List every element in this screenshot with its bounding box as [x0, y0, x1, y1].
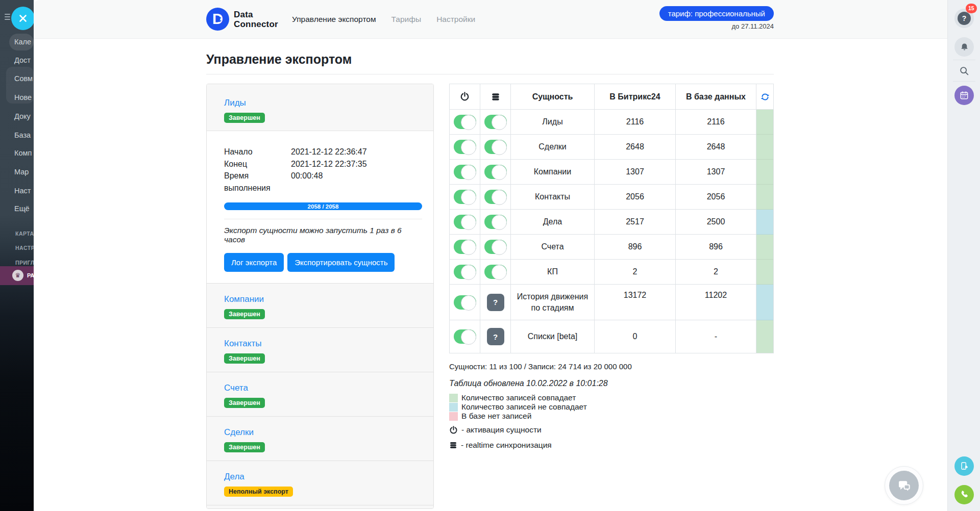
export-limit-note: Экспорт сущности можно запустить 1 раз в…: [224, 226, 422, 244]
calendar-button[interactable]: [954, 86, 974, 105]
nav-settings[interactable]: Настройки: [436, 15, 475, 24]
sidebar-item-6[interactable]: Комп: [14, 149, 34, 157]
field-end-label: Конец: [224, 158, 291, 170]
notifications-button[interactable]: [954, 37, 974, 57]
sidebar-section-map[interactable]: КАРТА: [15, 231, 34, 237]
header-entity: Сущность: [511, 84, 595, 110]
card-activities-header[interactable]: Дела Неполный экспорт: [207, 461, 433, 505]
telephony-button[interactable]: [954, 485, 974, 504]
table-row-activities: Дела 2517 2500: [450, 210, 773, 235]
legend-power-label: - активация сущности: [461, 425, 542, 435]
card-deals-title[interactable]: Сделки: [224, 427, 423, 438]
nav-export-management[interactable]: Управление экспортом: [292, 15, 376, 24]
entity-cell: Дела: [511, 210, 595, 235]
db-count-cell: 2056: [676, 185, 756, 210]
activate-toggle[interactable]: [454, 295, 476, 310]
table-header-row: Сущность В Битрикс24 В базе данных: [450, 84, 773, 110]
export-entity-button[interactable]: Экспортировать сущность: [287, 253, 395, 272]
table-row-invoices: Счета 896 896: [450, 235, 773, 260]
card-contacts-title[interactable]: Контакты: [224, 339, 423, 349]
db-count-cell: 11202: [676, 285, 756, 320]
activate-toggle[interactable]: [454, 190, 476, 204]
slider-close-button[interactable]: [11, 7, 35, 30]
plan-badge[interactable]: тариф: профессиональный: [659, 6, 774, 21]
nav-tariffs[interactable]: Тарифы: [391, 15, 422, 24]
legend-sync-label: - realtime синхронизация: [461, 441, 552, 450]
close-icon: [19, 14, 27, 22]
activate-toggle[interactable]: [454, 240, 476, 254]
status-badge: Завершен: [224, 353, 265, 364]
upgrade-plan-banner[interactable]: ♛ РА: [0, 266, 34, 285]
activate-toggle[interactable]: [454, 329, 476, 344]
status-badge: Завершен: [224, 442, 265, 452]
card-companies-title[interactable]: Компании: [224, 294, 423, 304]
sidebar-item-calendar[interactable]: Кале: [14, 38, 34, 46]
crown-icon: ♛: [12, 270, 23, 281]
bitrix-count-cell: 896: [595, 235, 676, 260]
card-leads-header[interactable]: Лиды Завершен: [207, 84, 433, 131]
table-row-quotes: КП 2 2: [450, 260, 773, 285]
support-chat-button[interactable]: [885, 466, 923, 505]
sidebar-item-2[interactable]: Совм: [14, 74, 34, 83]
status-cell-match: [756, 320, 773, 353]
refresh-table-button[interactable]: [756, 84, 773, 110]
data-connector-logo-icon: DC: [206, 8, 229, 31]
database-icon: [449, 441, 457, 449]
sidebar-item-4[interactable]: Доку: [14, 112, 34, 120]
table-row-companies: Компании 1307 1307: [450, 160, 773, 185]
sync-help-button[interactable]: ?: [487, 328, 504, 345]
toolbar-divider: [953, 81, 975, 82]
realtime-sync-toggle[interactable]: [484, 265, 507, 279]
sidebar-item-3[interactable]: Нове: [14, 93, 34, 101]
sidebar-section-invite[interactable]: ПРИГЛ: [15, 260, 34, 266]
sidebar-item-8[interactable]: Наст: [14, 187, 34, 195]
activate-toggle[interactable]: [454, 265, 476, 279]
title-divider: [206, 74, 774, 74]
sidebar-item-more[interactable]: Ещё: [14, 205, 34, 213]
mobile-app-button[interactable]: [954, 456, 974, 476]
sidebar-item-1[interactable]: Дост: [14, 56, 34, 64]
activate-toggle[interactable]: [454, 115, 476, 129]
card-invoices-title[interactable]: Счета: [224, 383, 423, 393]
status-cell-mismatch: [756, 285, 773, 320]
db-count-cell: 2: [676, 260, 756, 285]
card-leads-title[interactable]: Лиды: [224, 98, 423, 108]
realtime-sync-toggle[interactable]: [484, 165, 507, 179]
realtime-sync-toggle[interactable]: [484, 190, 507, 204]
bitrix-count-cell: 2116: [595, 110, 676, 135]
bitrix-right-toolbar: ? 15: [947, 0, 980, 511]
chat-bubbles-icon: [896, 478, 912, 493]
card-deals-header[interactable]: Сделки Завершен: [207, 416, 433, 461]
header-database: В базе данных: [676, 84, 756, 110]
realtime-sync-toggle[interactable]: [484, 215, 507, 229]
question-icon: ?: [958, 12, 971, 25]
activate-toggle[interactable]: [454, 140, 476, 154]
realtime-sync-toggle[interactable]: [484, 240, 507, 254]
card-contacts-header[interactable]: Контакты Завершен: [207, 327, 433, 372]
export-log-button[interactable]: Лог экспорта: [224, 253, 284, 272]
card-companies-header[interactable]: Компании Завершен: [207, 283, 433, 327]
sync-help-button[interactable]: ?: [487, 294, 504, 311]
card-invoices-header[interactable]: Счета Завершен: [207, 372, 433, 416]
realtime-sync-toggle[interactable]: [484, 115, 507, 129]
app-brand[interactable]: DC Data Connector: [206, 8, 278, 31]
table-row-leads: Лиды 2116 2116: [450, 110, 773, 135]
sidebar-item-5[interactable]: База: [14, 131, 34, 139]
card-activities-title[interactable]: Дела: [224, 472, 423, 482]
usage-summary: Сущности: 11 из 100 / Записи: 24 714 из …: [449, 362, 774, 371]
sidebar-section-settings[interactable]: НАСТР: [15, 245, 34, 251]
table-updated-note: Таблица обновлена 10.02.2022 в 10:01:28: [449, 379, 774, 388]
status-cell-match: [756, 260, 773, 285]
db-count-cell: 2500: [676, 210, 756, 235]
brand-line1: Data: [234, 10, 278, 19]
activate-toggle[interactable]: [454, 215, 476, 229]
activate-toggle[interactable]: [454, 165, 476, 179]
search-button[interactable]: [954, 61, 974, 81]
menu-hamburger-icon[interactable]: [5, 14, 10, 20]
search-icon: [959, 65, 970, 76]
app-nav: Управление экспортом Тарифы Настройки: [292, 0, 475, 39]
realtime-sync-toggle[interactable]: [484, 140, 507, 154]
sidebar-item-7[interactable]: Мар: [14, 168, 34, 176]
plan-expiry-date: до 27.11.2024: [659, 22, 774, 30]
status-legend: Количество записей совпадает Количество …: [449, 393, 774, 421]
